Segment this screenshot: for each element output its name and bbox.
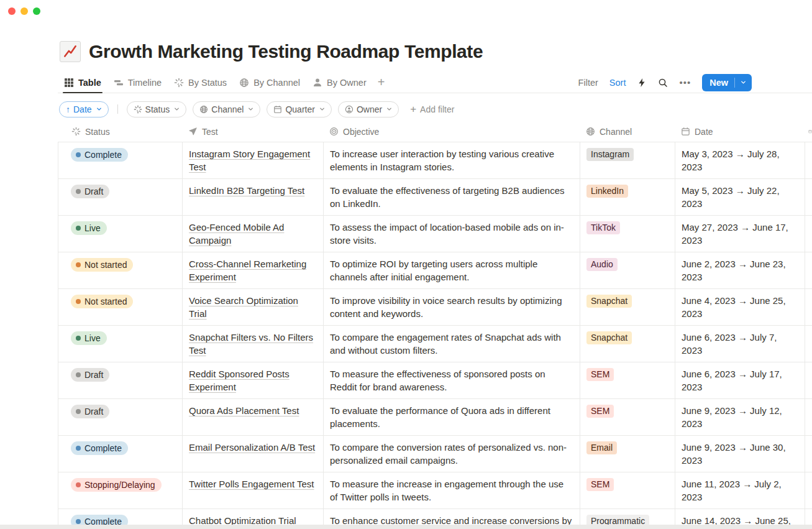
chart-increasing-icon[interactable] <box>60 41 81 62</box>
test-link[interactable]: Twitter Polls Engagement Test <box>189 479 314 489</box>
sort-button[interactable]: Sort <box>609 78 626 88</box>
channel-tag[interactable]: Audio <box>586 258 618 271</box>
test-link[interactable]: Reddit Sponsored Posts Experiment <box>189 369 290 392</box>
sort-chip-date[interactable]: ↑ Date <box>59 101 109 117</box>
new-button-label[interactable]: New <box>702 78 734 88</box>
clipped-column-cell[interactable] <box>805 142 812 178</box>
clipped-column-cell[interactable] <box>805 252 812 288</box>
test-link[interactable]: LinkedIn B2B Targeting Test <box>189 185 304 196</box>
status-cell[interactable]: Live <box>58 326 183 362</box>
date-cell[interactable]: May 3, 2023 → July 28, 2023 <box>675 142 805 178</box>
date-cell[interactable]: June 2, 2023 → June 23, 2023 <box>675 252 805 288</box>
date-cell[interactable]: June 11, 2023 → July 2, 2023 <box>675 472 805 508</box>
test-link[interactable]: Voice Search Optimization Trial <box>189 295 298 319</box>
column-header-clipped[interactable] <box>805 121 812 142</box>
channel-cell[interactable]: Audio <box>580 252 675 288</box>
objective-cell[interactable]: To increase user interaction by testing … <box>324 142 580 178</box>
objective-cell[interactable]: To compare the engagement rates of Snapc… <box>324 326 580 362</box>
horizontal-scrollbar[interactable] <box>0 525 812 529</box>
clipped-column-cell[interactable] <box>805 216 812 252</box>
test-cell[interactable]: Twitter Polls Engagement Test <box>183 472 324 508</box>
clipped-column-cell[interactable] <box>805 436 812 472</box>
date-cell[interactable]: June 6, 2023 → July 7, 2023 <box>675 326 805 362</box>
clipped-column-cell[interactable] <box>805 179 812 215</box>
objective-cell[interactable]: To measure the effectiveness of sponsore… <box>324 362 580 398</box>
channel-tag[interactable]: Instagram <box>586 148 634 161</box>
status-cell[interactable]: Not started <box>58 252 183 288</box>
lightning-bolt-icon[interactable] <box>637 78 647 88</box>
status-badge[interactable]: Draft <box>71 185 109 198</box>
test-link[interactable]: Email Personalization A/B Test <box>189 442 315 453</box>
close-window-button[interactable] <box>8 7 16 15</box>
search-icon[interactable] <box>658 78 668 88</box>
filter-button[interactable]: Filter <box>578 78 598 88</box>
test-cell[interactable]: Email Personalization A/B Test <box>183 436 324 472</box>
status-badge[interactable]: Live <box>71 221 107 235</box>
filter-chip-status[interactable]: Status <box>127 101 187 117</box>
status-cell[interactable]: Draft <box>58 362 183 398</box>
channel-tag[interactable]: SEM <box>586 405 614 418</box>
test-cell[interactable]: Instagram Story Engagement Test <box>183 142 324 178</box>
objective-cell[interactable]: To optimize ROI by targeting users acros… <box>324 252 580 288</box>
test-link[interactable]: Snapchat Filters vs. No Filters Test <box>189 332 313 356</box>
date-cell[interactable]: May 5, 2023 → July 22, 2023 <box>675 179 805 215</box>
channel-tag[interactable]: SEM <box>586 478 614 491</box>
objective-cell[interactable]: To evaluate the performance of Quora ads… <box>324 399 580 435</box>
clipped-column-cell[interactable] <box>805 289 812 325</box>
test-cell[interactable]: Quora Ads Placement Test <box>183 399 324 435</box>
test-cell[interactable]: Voice Search Optimization Trial <box>183 289 324 325</box>
column-header-channel[interactable]: Channel <box>580 121 675 142</box>
filter-chip-owner[interactable]: Owner <box>338 101 399 117</box>
date-cell[interactable]: June 4, 2023 → June 25, 2023 <box>675 289 805 325</box>
tab-by-channel[interactable]: By Channel <box>233 72 306 93</box>
date-cell[interactable]: May 27, 2023 → June 17, 2023 <box>675 216 805 252</box>
status-badge[interactable]: Draft <box>71 368 109 382</box>
tab-table[interactable]: Table <box>58 72 107 93</box>
more-options-button[interactable]: ••• <box>679 77 691 88</box>
test-link[interactable]: Cross-Channel Remarketing Experiment <box>189 259 306 282</box>
add-filter-button[interactable]: + Add filter <box>405 103 454 116</box>
status-badge[interactable]: Not started <box>71 295 133 308</box>
tab-timeline[interactable]: Timeline <box>107 72 168 93</box>
date-cell[interactable]: June 9, 2023 → July 12, 2023 <box>675 399 805 435</box>
status-cell[interactable]: Draft <box>58 179 183 215</box>
channel-cell[interactable]: Snapchat <box>580 289 675 325</box>
objective-cell[interactable]: To compare the conversion rates of perso… <box>324 436 580 472</box>
status-cell[interactable]: Draft <box>58 399 183 435</box>
column-header-objective[interactable]: Objective <box>323 121 580 142</box>
channel-tag[interactable]: Email <box>586 441 617 454</box>
date-cell[interactable]: June 9, 2023 → June 30, 2023 <box>675 436 805 472</box>
status-badge[interactable]: Live <box>71 331 107 345</box>
new-button[interactable]: New <box>702 74 752 91</box>
objective-cell[interactable]: To improve visibility in voice search re… <box>324 289 580 325</box>
minimize-window-button[interactable] <box>21 7 28 15</box>
test-cell[interactable]: Snapchat Filters vs. No Filters Test <box>183 326 324 362</box>
status-cell[interactable]: Complete <box>58 436 183 472</box>
add-view-button[interactable]: + <box>373 75 390 90</box>
channel-cell[interactable]: Email <box>580 436 675 472</box>
channel-cell[interactable]: SEM <box>580 399 675 435</box>
test-cell[interactable]: Geo-Fenced Mobile Ad Campaign <box>183 216 324 252</box>
clipped-column-cell[interactable] <box>805 399 812 435</box>
status-badge[interactable]: Not started <box>71 258 133 272</box>
channel-tag[interactable]: Snapchat <box>586 331 632 344</box>
status-badge[interactable]: Complete <box>71 148 128 162</box>
channel-tag[interactable]: Snapchat <box>586 295 632 308</box>
clipped-column-cell[interactable] <box>805 326 812 362</box>
channel-cell[interactable]: Snapchat <box>580 326 675 362</box>
channel-cell[interactable]: Instagram <box>580 142 675 178</box>
zoom-window-button[interactable] <box>33 7 40 15</box>
clipped-column-cell[interactable] <box>805 472 812 508</box>
tab-by-status[interactable]: By Status <box>168 72 233 93</box>
status-cell[interactable]: Live <box>58 216 183 252</box>
test-link[interactable]: Geo-Fenced Mobile Ad Campaign <box>189 222 284 246</box>
tab-by-owner[interactable]: By Owner <box>306 72 373 93</box>
status-badge[interactable]: Stopping/Delaying <box>71 478 162 492</box>
status-cell[interactable]: Stopping/Delaying <box>58 472 183 508</box>
test-cell[interactable]: Cross-Channel Remarketing Experiment <box>183 252 324 288</box>
status-badge[interactable]: Complete <box>71 441 128 455</box>
channel-tag[interactable]: SEM <box>586 368 614 381</box>
date-cell[interactable]: June 6, 2023 → July 17, 2023 <box>675 362 805 398</box>
column-header-test[interactable]: Test <box>182 121 323 142</box>
column-header-status[interactable]: Status <box>58 121 182 142</box>
